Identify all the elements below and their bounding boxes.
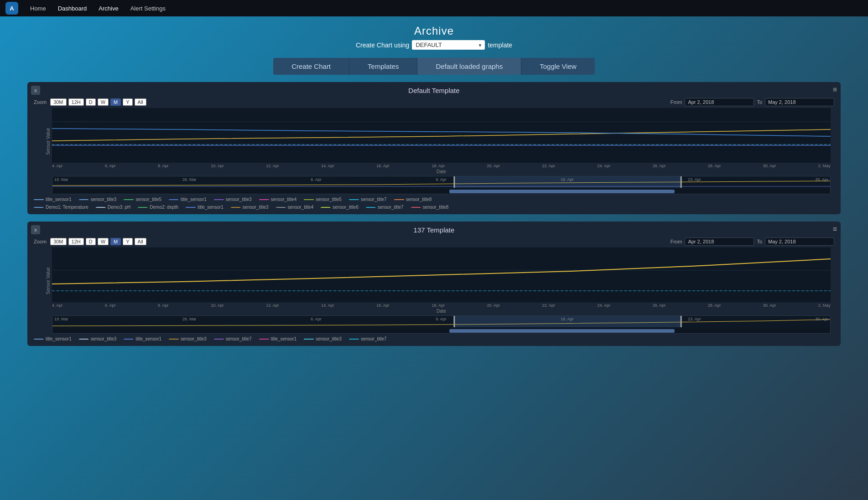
action-buttons: Create Chart Templates Default loaded gr… [0,58,868,75]
chart1-date-from[interactable] [685,98,754,106]
chart1-to-label: To [757,99,762,105]
legend-item: title_sensor1 [34,197,72,202]
legend-item: title_sensor1 [259,336,297,341]
template-select[interactable]: DEFAULT [412,40,485,50]
chart2-x-label: Date [52,309,831,314]
chart2-zoom-label: Zoom [34,239,47,244]
legend-item: title_sensor1 [169,197,207,202]
charts-container: x ≡ Default Template Zoom 30M 12H D W M … [0,82,868,355]
legend-item: sensor_title7 [349,336,387,341]
legend-item: sensor_title3 [214,197,252,202]
legend-item: sensor_title3 [79,197,117,202]
chart1-zoom-date-row: Zoom 30M 12H D W M Y All From To [34,98,834,106]
legend-item: title_sensor1 [34,336,72,341]
chart1-y-label: Sensor Value [46,128,51,155]
chart1-x-label: Date [52,169,831,174]
chart2-title: 137 Template [34,226,834,234]
chart1-zoom-y[interactable]: Y [123,98,132,106]
chart1-scrollbar[interactable] [52,189,830,194]
chart1-x-ticks: 4. Apr6. Apr8. Apr10. Apr12. Apr14. Apr1… [52,163,831,169]
nav-home[interactable]: Home [26,3,51,14]
legend-item: Demo2: depth [138,205,178,210]
chart2-svg: 10 0 [52,247,831,302]
chart1-svg-wrapper: Sensor Value 20 0 [52,108,831,174]
chart2-scroll-thumb[interactable] [449,329,675,333]
chart2-mini-nav[interactable]: 19. Mar26. Mar6. Apr9. Apr16. Apr23. Apr… [52,315,831,334]
create-chart-row: Create Chart using DEFAULT template [0,40,868,50]
legend-item: sensor_title8 [394,197,432,202]
navbar: A Home Dashboard Archive Alert Settings [0,0,868,16]
legend-item: sensor_title4 [276,205,314,210]
template-select-wrapper[interactable]: DEFAULT [412,40,485,50]
chart1-menu-button[interactable]: ≡ [833,86,837,94]
create-chart-button[interactable]: Create Chart [273,58,349,75]
chart2-to-label: To [757,239,762,244]
chart2-svg-wrapper: Sensor Value 10 0 4. Apr6. Apr8. Apr10. … [52,247,831,314]
chart1-mini-nav[interactable]: 19. Mar26. Mar6. Apr9. Apr16. Apr23. Apr… [52,176,831,194]
page-header: Archive Create Chart using DEFAULT templ… [0,16,868,58]
chart2-date-from[interactable] [685,237,754,246]
page-title: Archive [0,25,868,37]
chart1-zoom-w[interactable]: W [98,98,109,106]
nav-archive[interactable]: Archive [94,3,123,14]
chart1-zoom-m[interactable]: M [110,98,121,106]
chart2-zoom-controls: Zoom 30M 12H D W M Y All [34,238,146,245]
chart1-svg: 20 0 [52,108,831,163]
chart2-scrollbar[interactable] [52,329,830,333]
legend-item: sensor_title3 [79,336,117,341]
chart1-close-button[interactable]: x [31,86,40,95]
chart-panel-1: x ≡ Default Template Zoom 30M 12H D W M … [27,82,841,214]
chart2-zoom-y[interactable]: Y [123,238,132,245]
legend-item: sensor_title3 [304,336,342,341]
default-graphs-button[interactable]: Default loaded graphs [417,58,521,75]
chart2-zoom-w[interactable]: W [98,238,109,245]
chart2-date-to[interactable] [765,237,834,246]
chart2-legend: title_sensor1 sensor_title3 title_sensor… [34,336,834,341]
chart1-zoom-30m[interactable]: 30M [50,98,66,106]
toggle-view-button[interactable]: Toggle View [521,58,595,75]
chart1-area: Sensor Value 20 0 [52,108,831,194]
create-chart-label: Create Chart using [356,41,410,49]
chart2-zoom-12h[interactable]: 12H [68,238,84,245]
legend-item: Demo3: pH [96,205,131,210]
chart2-zoom-all[interactable]: All [135,238,146,245]
nav-alert-settings[interactable]: Alert Settings [126,3,170,14]
chart2-x-ticks: 4. Apr6. Apr8. Apr10. Apr12. Apr14. Apr1… [52,302,831,309]
chart2-from-label: From [670,239,682,244]
legend-item: sensor_title6 [321,205,359,210]
chart2-zoom-m[interactable]: M [110,238,121,245]
chart1-from-label: From [670,99,682,105]
chart1-scroll-thumb[interactable] [449,190,675,193]
chart2-menu-button[interactable]: ≡ [833,225,837,233]
chart2-area: Sensor Value 10 0 4. Apr6. Apr8. Apr10. … [52,247,831,334]
chart-panel-2: x ≡ 137 Template Zoom 30M 12H D W M Y Al… [27,222,841,346]
chart1-zoom-controls: Zoom 30M 12H D W M Y All [34,98,146,106]
legend-item: sensor_title8 [411,205,449,210]
legend-item: sensor_title7 [349,197,387,202]
legend-item: sensor_title5 [304,197,342,202]
templates-button[interactable]: Templates [349,58,417,75]
chart1-date-to[interactable] [765,98,834,106]
chart1-title: Default Template [34,87,834,94]
chart1-zoom-12h[interactable]: 12H [68,98,84,106]
chart2-zoom-date-row: Zoom 30M 12H D W M Y All From To [34,237,834,246]
legend-item: title_sensor1 [124,336,161,341]
chart1-zoom-d[interactable]: D [86,98,96,106]
chart1-date-range: From To [670,98,834,106]
legend-item: sensor_title5 [124,197,161,202]
legend-item: sensor_title4 [259,197,297,202]
chart2-y-label: Sensor Value [46,267,51,294]
chart1-zoom-label: Zoom [34,99,47,105]
nav-dashboard[interactable]: Dashboard [53,3,92,14]
chart2-close-button[interactable]: x [31,225,40,234]
chart2-zoom-30m[interactable]: 30M [50,238,66,245]
template-suffix-label: template [488,41,512,49]
chart1-legend: title_sensor1 sensor_title3 sensor_title… [34,197,834,202]
chart2-zoom-d[interactable]: D [86,238,96,245]
legend-item: title_sensor1 [186,205,223,210]
chart2-mini-nav-dates: 19. Mar26. Mar6. Apr9. Apr16. Apr23. Apr… [52,316,830,322]
legend-item: sensor_title3 [169,336,207,341]
chart1-mini-nav-dates: 19. Mar26. Mar6. Apr9. Apr16. Apr23. Apr… [52,176,830,183]
chart1-zoom-all[interactable]: All [135,98,146,106]
logo: A [5,2,18,15]
